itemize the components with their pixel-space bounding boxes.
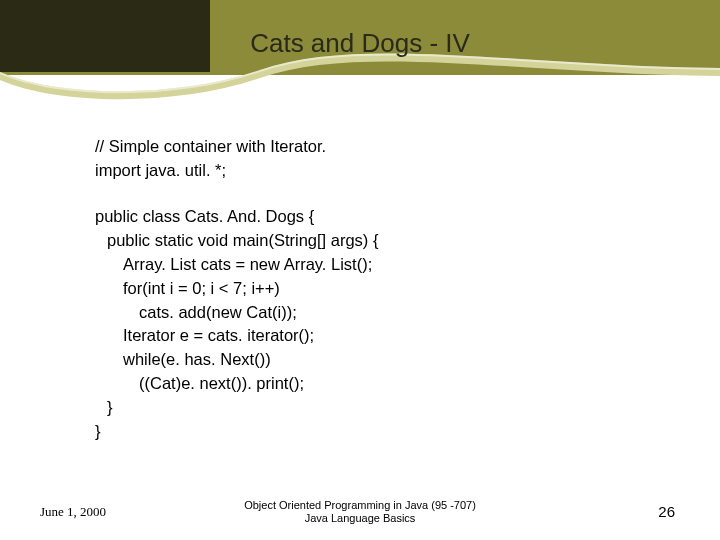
- code-line: // Simple container with Iterator.: [95, 135, 660, 159]
- code-line: Iterator e = cats. iterator();: [95, 324, 660, 348]
- code-line: public static void main(String[] args) {: [95, 229, 660, 253]
- code-line: }: [95, 420, 660, 444]
- code-line: ((Cat)e. next()). print();: [95, 372, 660, 396]
- code-line: for(int i = 0; i < 7; i++): [95, 277, 660, 301]
- footer-center: Object Oriented Programming in Java (95 …: [0, 499, 720, 527]
- code-line: Array. List cats = new Array. List();: [95, 253, 660, 277]
- slide-title: Cats and Dogs - IV: [0, 28, 720, 59]
- code-line: import java. util. *;: [95, 159, 660, 183]
- code-line: while(e. has. Next()): [95, 348, 660, 372]
- footer-course: Object Oriented Programming in Java (95 …: [0, 499, 720, 513]
- code-block: // Simple container with Iterator. impor…: [95, 135, 660, 444]
- code-line: public class Cats. And. Dogs {: [95, 205, 660, 229]
- page-number: 26: [658, 503, 675, 520]
- code-line: cats. add(new Cat(i));: [95, 301, 660, 325]
- code-line: }: [95, 396, 660, 420]
- footer-subtitle: Java Language Basics: [0, 512, 720, 526]
